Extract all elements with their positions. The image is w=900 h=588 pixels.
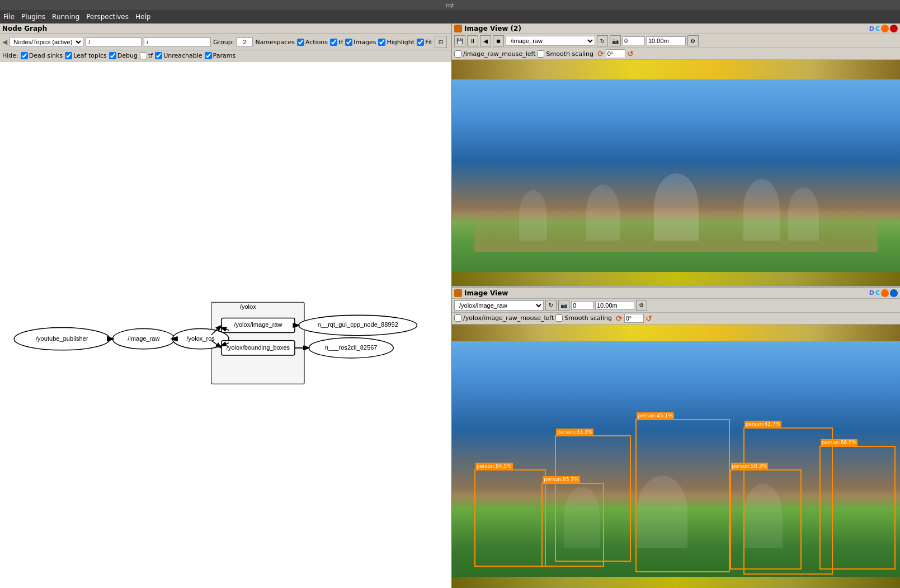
- value-input-1[interactable]: [623, 36, 645, 45]
- leaf-topics-check[interactable]: Leaf topics: [65, 52, 107, 59]
- menu-running[interactable]: Running: [52, 13, 79, 21]
- hz-icon-1[interactable]: ⚙: [687, 35, 699, 46]
- hz-input-2[interactable]: [595, 301, 634, 310]
- image-view-2-corner-btns: D C: [869, 289, 898, 297]
- window-title: rqt: [446, 2, 455, 9]
- cam-icon-2[interactable]: 📷: [558, 300, 569, 311]
- node-graph-header: Node Graph: [0, 23, 451, 34]
- refresh-icon-1[interactable]: ↻: [597, 35, 608, 46]
- cam-icon-1[interactable]: 📷: [610, 35, 621, 46]
- svg-text:/yolox/image_raw: /yolox/image_raw: [234, 321, 282, 328]
- menu-plugins[interactable]: Plugins: [21, 13, 45, 21]
- graph-canvas[interactable]: /yolox /youtube_publisher /image_raw /yo…: [0, 62, 451, 588]
- minimize-btn-1[interactable]: [881, 25, 889, 32]
- mouse-topic-check-2[interactable]: [454, 314, 461, 322]
- menu-file[interactable]: File: [3, 13, 15, 21]
- fit-check[interactable]: Fit: [417, 39, 432, 46]
- value-input-2[interactable]: [571, 301, 593, 310]
- refresh-icon-2[interactable]: ↻: [545, 300, 557, 311]
- close-btn-1[interactable]: [890, 25, 898, 32]
- image-top: [452, 60, 900, 286]
- menu-help[interactable]: Help: [135, 13, 150, 21]
- minimize-btn-2[interactable]: [881, 289, 889, 297]
- record-icon-1[interactable]: ⏺: [493, 35, 504, 46]
- svg-text:/yolox/bounding_boxes: /yolox/bounding_boxes: [227, 344, 290, 351]
- smooth-scaling-label-1: Smooth scaling: [546, 50, 593, 58]
- images-check[interactable]: Images: [345, 39, 376, 46]
- graph-svg: /yolox /youtube_publisher /image_raw /yo…: [0, 62, 451, 588]
- topic-select-1[interactable]: /image_raw: [506, 36, 595, 46]
- svg-text:/yolox_ros: /yolox_ros: [186, 335, 215, 342]
- pause-icon-1[interactable]: ⏸: [467, 35, 478, 46]
- rotate-icon-2[interactable]: ⟳: [616, 314, 623, 323]
- hz-input-1[interactable]: [647, 36, 686, 45]
- c-btn-1[interactable]: C: [875, 25, 880, 32]
- hz-icon-2[interactable]: ⚙: [636, 300, 647, 311]
- angle-icon-2[interactable]: ↺: [645, 314, 652, 323]
- ros-icon-1: [454, 25, 462, 32]
- topic-select-2[interactable]: /yolox/image_raw: [454, 300, 544, 311]
- node-graph-panel: Node Graph ◀ Nodes/Topics (active) Group…: [0, 23, 452, 588]
- mouse-topic-check-1[interactable]: [454, 50, 461, 58]
- group-label: Group:: [213, 39, 234, 46]
- image-bottom: person:33.3% person:84.5% person:85.7% p…: [452, 324, 900, 588]
- image-view-1-controls: 💾 ⏸ ◀ ⏺ /image_raw ↻ 📷 ⚙: [452, 34, 900, 48]
- main-layout: Node Graph ◀ Nodes/Topics (active) Group…: [0, 23, 900, 588]
- maximize-btn-2[interactable]: [890, 289, 898, 297]
- image-view-2-controls2: /yolox/image_raw_mouse_left Smooth scali…: [452, 313, 900, 324]
- path-input-2[interactable]: [144, 37, 211, 46]
- d-btn-1[interactable]: D: [869, 25, 874, 32]
- filter-type-select[interactable]: Nodes/Topics (active): [10, 37, 83, 47]
- path-input-1[interactable]: [86, 37, 142, 46]
- smooth-scaling-check-1[interactable]: [537, 50, 544, 58]
- bbox-person-4: person:45.1%: [635, 419, 729, 572]
- toolbar-row2: Hide: Dead sinks Leaf topics Debug tf Un…: [0, 50, 451, 62]
- svg-text:/youtube_publisher: /youtube_publisher: [36, 335, 88, 342]
- c-btn-2[interactable]: C: [875, 289, 880, 297]
- bbox-person-3: person:85.7%: [541, 483, 604, 567]
- prev-icon-1[interactable]: ◀: [480, 35, 491, 46]
- unreachable-check[interactable]: Unreachable: [155, 52, 202, 59]
- group-input[interactable]: [236, 37, 253, 46]
- save-icon-1[interactable]: 💾: [454, 35, 465, 46]
- svg-text:/image_raw: /image_raw: [128, 335, 160, 342]
- tf-check[interactable]: tf: [330, 39, 343, 46]
- bbox-person-2: person:84.5%: [474, 469, 546, 567]
- highlight-check[interactable]: Highlight: [378, 39, 414, 46]
- actions-check[interactable]: Actions: [297, 39, 328, 46]
- back-icon[interactable]: ◀: [2, 38, 7, 46]
- bbox-person-6: person:58.3%: [730, 469, 802, 570]
- svg-text:n__rqt_gui_cpp_node_88992: n__rqt_gui_cpp_node_88992: [318, 321, 398, 328]
- image-view-2-title: Image View: [464, 289, 508, 297]
- svg-text:n___ros2cli_82567: n___ros2cli_82567: [325, 344, 378, 351]
- node-graph-title: Node Graph: [2, 25, 47, 32]
- debug-check[interactable]: Debug: [109, 52, 138, 59]
- tf-hide-check[interactable]: tf: [140, 52, 153, 59]
- fit-button[interactable]: ⊡: [435, 36, 447, 48]
- image-container-1: [452, 60, 900, 286]
- title-bar: rqt: [0, 0, 900, 10]
- angle-input-1[interactable]: [606, 49, 625, 58]
- bbox-person-7: person:86.0%: [819, 446, 896, 570]
- image-view-1-corner-btns: D C: [869, 25, 898, 32]
- mouse-topic-label-1: /image_raw_mouse_left: [463, 50, 535, 58]
- angle-input-2[interactable]: [624, 314, 644, 323]
- smooth-scaling-check-2[interactable]: [555, 314, 563, 322]
- mouse-topic-label-2: /yolox/image_raw_mouse_left: [463, 314, 554, 322]
- toolbar-row1: ◀ Nodes/Topics (active) Group: Namespace…: [0, 34, 451, 50]
- image-view-1-header: Image View (2) D C: [452, 23, 900, 34]
- ros-icon-2: [454, 289, 462, 297]
- hide-label: Hide:: [2, 52, 18, 59]
- svg-text:/yolox: /yolox: [240, 303, 256, 310]
- image-container-2: person:33.3% person:84.5% person:85.7% p…: [452, 324, 900, 588]
- image-view-2-header: Image View D C: [452, 288, 900, 299]
- image-view-2-controls: /yolox/image_raw ↻ 📷 ⚙: [452, 299, 900, 313]
- image-view-1-controls2: /image_raw_mouse_left Smooth scaling ⟳ ↺: [452, 48, 900, 60]
- namespaces-label: Namespaces: [255, 39, 294, 46]
- angle-icon-1[interactable]: ↺: [627, 49, 634, 58]
- rotate-icon-1[interactable]: ⟳: [597, 49, 604, 58]
- d-btn-2[interactable]: D: [869, 289, 874, 297]
- params-check[interactable]: Params: [205, 52, 236, 59]
- dead-sinks-check[interactable]: Dead sinks: [21, 52, 63, 59]
- menu-perspectives[interactable]: Perspectives: [86, 13, 129, 21]
